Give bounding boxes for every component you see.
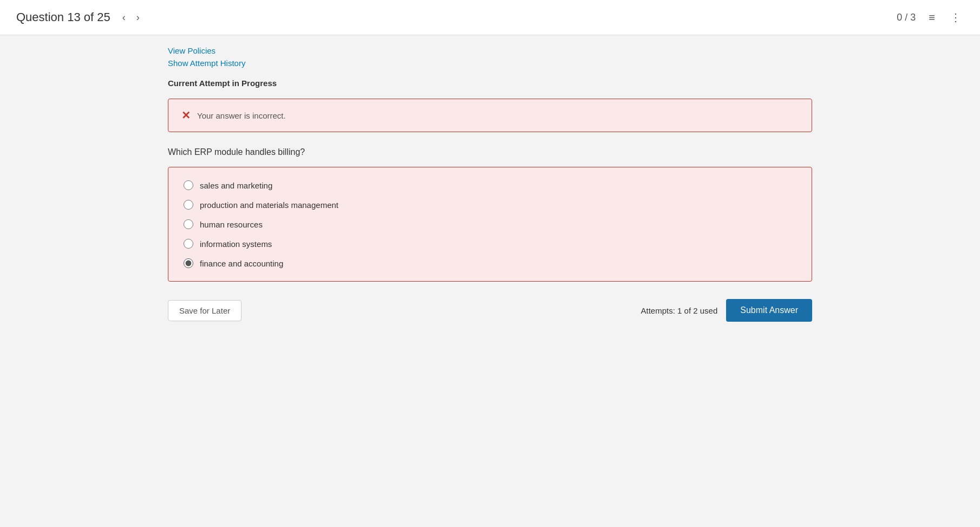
header: Question 13 of 25 ‹ › 0 / 3 ≡ ⋮ xyxy=(0,0,980,35)
show-attempt-history-link[interactable]: Show Attempt History xyxy=(168,58,812,68)
option-label-2: production and materials management xyxy=(200,200,338,210)
page-container: Question 13 of 25 ‹ › 0 / 3 ≡ ⋮ View Pol… xyxy=(0,0,980,527)
option-item-5[interactable]: finance and accounting xyxy=(184,258,796,268)
options-container: sales and marketing production and mater… xyxy=(168,167,812,282)
question-text: Which ERP module handles billing? xyxy=(168,147,812,157)
attempt-status: Current Attempt in Progress xyxy=(168,79,812,88)
next-arrow-button[interactable]: › xyxy=(133,10,143,25)
view-policies-link[interactable]: View Policies xyxy=(168,46,812,55)
header-right: 0 / 3 ≡ ⋮ xyxy=(897,9,964,26)
action-bar: Save for Later Attempts: 1 of 2 used Sub… xyxy=(168,299,812,322)
attempts-text: Attempts: 1 of 2 used xyxy=(641,306,718,315)
score-display: 0 / 3 xyxy=(897,12,916,23)
option-item-2[interactable]: production and materials management xyxy=(184,200,796,210)
links-section: View Policies Show Attempt History xyxy=(168,46,812,68)
main-content: View Policies Show Attempt History Curre… xyxy=(152,35,828,343)
option-radio-3[interactable] xyxy=(184,219,193,229)
option-radio-5[interactable] xyxy=(184,258,193,268)
option-label-5: finance and accounting xyxy=(200,259,283,268)
option-label-3: human resources xyxy=(200,220,263,229)
option-item-3[interactable]: human resources xyxy=(184,219,796,229)
nav-arrows: ‹ › xyxy=(119,10,143,25)
question-title: Question 13 of 25 xyxy=(16,10,110,24)
submit-answer-button[interactable]: Submit Answer xyxy=(726,299,812,322)
error-message: Your answer is incorrect. xyxy=(197,111,286,120)
error-banner: ✕ Your answer is incorrect. xyxy=(168,99,812,132)
prev-arrow-button[interactable]: ‹ xyxy=(119,10,129,25)
option-radio-4[interactable] xyxy=(184,239,193,249)
option-label-4: information systems xyxy=(200,239,272,249)
option-item-4[interactable]: information systems xyxy=(184,239,796,249)
option-label-1: sales and marketing xyxy=(200,181,272,190)
list-icon-button[interactable]: ≡ xyxy=(926,9,937,26)
header-left: Question 13 of 25 ‹ › xyxy=(16,10,143,25)
error-icon: ✕ xyxy=(181,109,191,122)
option-radio-1[interactable] xyxy=(184,180,193,190)
save-later-button[interactable]: Save for Later xyxy=(168,300,241,321)
action-right: Attempts: 1 of 2 used Submit Answer xyxy=(641,299,812,322)
option-radio-2[interactable] xyxy=(184,200,193,210)
option-item-1[interactable]: sales and marketing xyxy=(184,180,796,190)
more-menu-button[interactable]: ⋮ xyxy=(948,9,964,26)
